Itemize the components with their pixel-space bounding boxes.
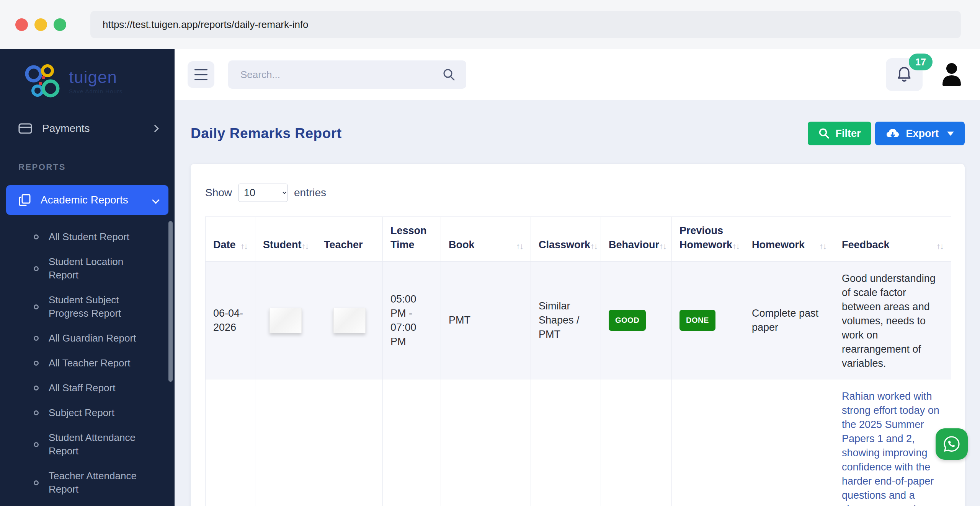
- maximize-window-icon[interactable]: [54, 18, 66, 31]
- circle-bullet-icon: [34, 480, 39, 485]
- sidebar-item-student-attendance-report[interactable]: Student Attendance Report: [0, 431, 175, 458]
- window-controls: [15, 18, 66, 31]
- student-cell: [255, 379, 316, 506]
- behaviour-cell: [601, 379, 672, 506]
- column-header-date[interactable]: Date↑↓: [206, 217, 255, 262]
- report-card: Show 10 entries Date↑↓ Student↑↓: [191, 164, 965, 506]
- table-row: Rahian worked with strong effort today o…: [206, 379, 951, 506]
- show-label: Show: [205, 187, 232, 199]
- main-content: Daily Remarks Report Filter Export: [175, 100, 980, 506]
- sidebar-item-academic-reports[interactable]: Academic Reports: [6, 185, 168, 215]
- feedback-cell: Rahian worked with strong effort today o…: [834, 379, 951, 506]
- column-header-behaviour[interactable]: Behaviour↑↓: [601, 217, 672, 262]
- student-cell: [255, 262, 316, 379]
- sidebar-item-label: Academic Reports: [41, 194, 153, 206]
- sidebar-item-subject-report[interactable]: Subject Report: [0, 406, 175, 420]
- whatsapp-icon: [942, 434, 961, 454]
- lesson-time-cell: 05:00 PM - 07:00 PM: [383, 262, 441, 379]
- sort-icon[interactable]: ↑↓: [516, 241, 523, 252]
- sort-icon[interactable]: ↑↓: [240, 241, 247, 252]
- whatsapp-button[interactable]: [936, 428, 968, 460]
- cloud-download-icon: [886, 128, 900, 139]
- column-header-book[interactable]: Book↑↓: [441, 217, 531, 262]
- sidebar-item-label: Payments: [42, 122, 90, 135]
- close-window-icon[interactable]: [15, 18, 28, 31]
- page-title: Daily Remarks Report: [191, 125, 342, 142]
- daily-remarks-table: Date↑↓ Student↑↓ Teacher Lesson Time Boo…: [205, 216, 951, 506]
- circle-bullet-icon: [34, 304, 39, 309]
- sidebar-scrollbar[interactable]: [168, 221, 173, 382]
- circle-bullet-icon: [34, 234, 39, 239]
- brand-name: tuigen: [69, 69, 122, 86]
- book-cell: [441, 379, 531, 506]
- academic-reports-submenu: All Student Report Student Location Repo…: [0, 230, 175, 506]
- circle-bullet-icon: [34, 386, 39, 390]
- sidebar-item-all-guardian-report[interactable]: All Guardian Report: [0, 332, 175, 345]
- export-button-label: Export: [906, 128, 939, 140]
- column-header-lesson-time: Lesson Time: [383, 217, 441, 262]
- filter-button[interactable]: Filter: [808, 122, 871, 145]
- previous-homework-cell: [672, 379, 744, 506]
- brand-logo[interactable]: tuigen Save Admin Hours: [0, 49, 175, 99]
- behaviour-status-badge: GOOD: [609, 310, 646, 331]
- notification-count-badge: 17: [909, 54, 933, 70]
- sort-icon[interactable]: ↑↓: [659, 241, 666, 252]
- column-header-teacher: Teacher: [316, 217, 383, 262]
- chevron-down-icon: [152, 196, 160, 204]
- circle-bullet-icon: [34, 336, 39, 341]
- student-photo[interactable]: [270, 308, 302, 333]
- column-header-homework[interactable]: Homework↑↓: [744, 217, 834, 262]
- address-bar[interactable]: https://test.tuigen.app/reports/daily-re…: [90, 11, 961, 38]
- copy-pages-icon: [18, 194, 31, 207]
- classwork-cell: [531, 379, 601, 506]
- date-cell: [206, 379, 255, 506]
- url-text: https://test.tuigen.app/reports/daily-re…: [103, 19, 309, 31]
- sidebar-item-student-location-report[interactable]: Student Location Report: [0, 255, 175, 282]
- sort-icon[interactable]: ↑↓: [302, 241, 309, 252]
- homework-cell: Complete past paper: [744, 262, 834, 379]
- caret-down-icon: [947, 132, 954, 136]
- circle-bullet-icon: [34, 361, 39, 366]
- user-avatar[interactable]: [939, 61, 965, 88]
- sort-icon[interactable]: ↑↓: [590, 241, 597, 252]
- sidebar-item-payments[interactable]: Payments: [0, 115, 175, 142]
- teacher-photo[interactable]: [333, 308, 366, 333]
- sidebar-item-all-staff-report[interactable]: All Staff Report: [0, 381, 175, 395]
- book-cell: PMT: [441, 262, 531, 379]
- brand-tagline: Save Admin Hours: [69, 88, 122, 94]
- homework-cell: [744, 379, 834, 506]
- column-header-student[interactable]: Student↑↓: [255, 217, 316, 262]
- circle-bullet-icon: [34, 410, 39, 415]
- sidebar-item-all-teacher-report[interactable]: All Teacher Report: [0, 356, 175, 370]
- export-button[interactable]: Export: [875, 122, 965, 145]
- search-icon[interactable]: [443, 68, 456, 81]
- column-header-feedback[interactable]: Feedback↑↓: [834, 217, 951, 262]
- sort-icon[interactable]: ↑↓: [819, 241, 826, 252]
- column-header-previous-homework[interactable]: Previous Homework↑↓: [672, 217, 744, 262]
- sort-icon[interactable]: ↑↓: [936, 241, 943, 252]
- circle-bullet-icon: [34, 442, 39, 447]
- page-size-select[interactable]: 10: [238, 184, 288, 202]
- teacher-cell: [316, 379, 383, 506]
- lesson-time-cell: [383, 379, 441, 506]
- sidebar-item-student-subject-progress-report[interactable]: Student Subject Progress Report: [0, 293, 175, 320]
- date-cell: 06-04-2026: [206, 262, 255, 379]
- bell-icon: [895, 65, 913, 84]
- chevron-right-icon: [151, 125, 159, 132]
- sidebar-item-teacher-attendance-report[interactable]: Teacher Attendance Report: [0, 469, 175, 496]
- sidebar-item-all-student-report[interactable]: All Student Report: [0, 230, 175, 244]
- browser-chrome: https://test.tuigen.app/reports/daily-re…: [0, 0, 980, 49]
- search-input[interactable]: [228, 60, 466, 89]
- credit-card-icon: [18, 123, 32, 134]
- menu-toggle-button[interactable]: [188, 61, 214, 88]
- person-icon: [939, 61, 965, 87]
- column-header-classwork[interactable]: Classwork↑↓: [531, 217, 601, 262]
- sidebar-section-reports: REPORTS: [18, 162, 175, 172]
- sort-icon[interactable]: ↑↓: [732, 241, 739, 252]
- behaviour-cell: GOOD: [601, 262, 672, 379]
- classwork-cell: Similar Shapes / PMT: [531, 262, 601, 379]
- teacher-cell: [316, 262, 383, 379]
- minimize-window-icon[interactable]: [34, 18, 47, 31]
- entries-label: entries: [294, 187, 326, 199]
- notifications-button[interactable]: 17: [886, 58, 923, 91]
